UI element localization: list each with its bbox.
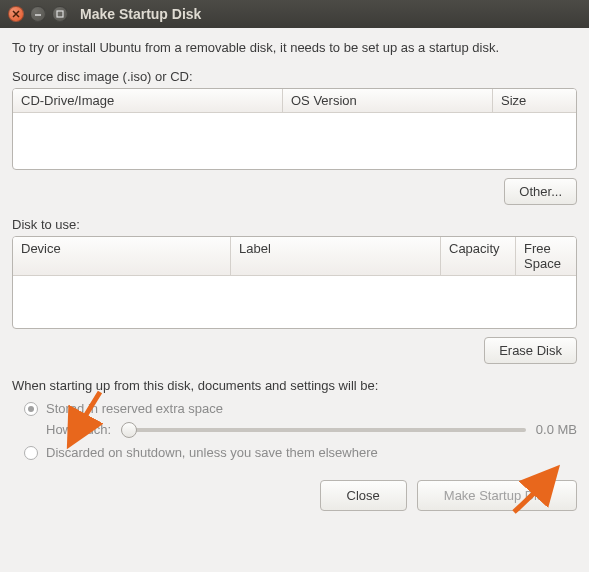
radio-discarded-row[interactable]: Discarded on shutdown, unless you save t… <box>24 445 577 460</box>
close-window-button[interactable] <box>8 6 24 22</box>
disk-table[interactable]: Device Label Capacity Free Space <box>12 236 577 329</box>
intro-text: To try or install Ubuntu from a removabl… <box>12 40 577 55</box>
source-table[interactable]: CD-Drive/Image OS Version Size <box>12 88 577 170</box>
titlebar: Make Startup Disk <box>0 0 589 28</box>
source-col-image[interactable]: CD-Drive/Image <box>13 89 283 112</box>
source-col-size[interactable]: Size <box>493 89 576 112</box>
make-startup-disk-button: Make Startup Disk <box>417 480 577 511</box>
persistence-intro: When starting up from this disk, documen… <box>12 378 577 393</box>
disk-table-header: Device Label Capacity Free Space <box>13 237 576 276</box>
close-icon <box>12 10 20 18</box>
footer-buttons: Close Make Startup Disk <box>12 480 577 511</box>
slider-thumb[interactable] <box>121 422 137 438</box>
how-much-row: How much: 0.0 MB <box>46 422 577 437</box>
disk-col-label[interactable]: Label <box>231 237 441 275</box>
maximize-window-button[interactable] <box>52 6 68 22</box>
how-much-label: How much: <box>46 422 111 437</box>
minimize-window-button[interactable] <box>30 6 46 22</box>
svg-rect-0 <box>57 11 63 17</box>
other-button[interactable]: Other... <box>504 178 577 205</box>
how-much-slider[interactable] <box>121 428 526 432</box>
disk-label: Disk to use: <box>12 217 577 232</box>
radio-discarded[interactable] <box>24 446 38 460</box>
radio-stored[interactable] <box>24 402 38 416</box>
window-title: Make Startup Disk <box>80 6 201 22</box>
maximize-icon <box>56 10 64 18</box>
how-much-value: 0.0 MB <box>536 422 577 437</box>
close-button[interactable]: Close <box>320 480 407 511</box>
radio-discarded-label: Discarded on shutdown, unless you save t… <box>46 445 378 460</box>
radio-stored-row[interactable]: Stored in reserved extra space <box>24 401 577 416</box>
disk-col-device[interactable]: Device <box>13 237 231 275</box>
source-table-header: CD-Drive/Image OS Version Size <box>13 89 576 113</box>
minimize-icon <box>34 10 42 18</box>
radio-stored-label: Stored in reserved extra space <box>46 401 223 416</box>
source-label: Source disc image (.iso) or CD: <box>12 69 577 84</box>
disk-col-free[interactable]: Free Space <box>516 237 576 275</box>
disk-col-capacity[interactable]: Capacity <box>441 237 516 275</box>
source-col-os[interactable]: OS Version <box>283 89 493 112</box>
erase-disk-button[interactable]: Erase Disk <box>484 337 577 364</box>
source-table-body <box>13 113 576 169</box>
persistence-section: When starting up from this disk, documen… <box>12 378 577 460</box>
disk-table-body <box>13 276 576 328</box>
